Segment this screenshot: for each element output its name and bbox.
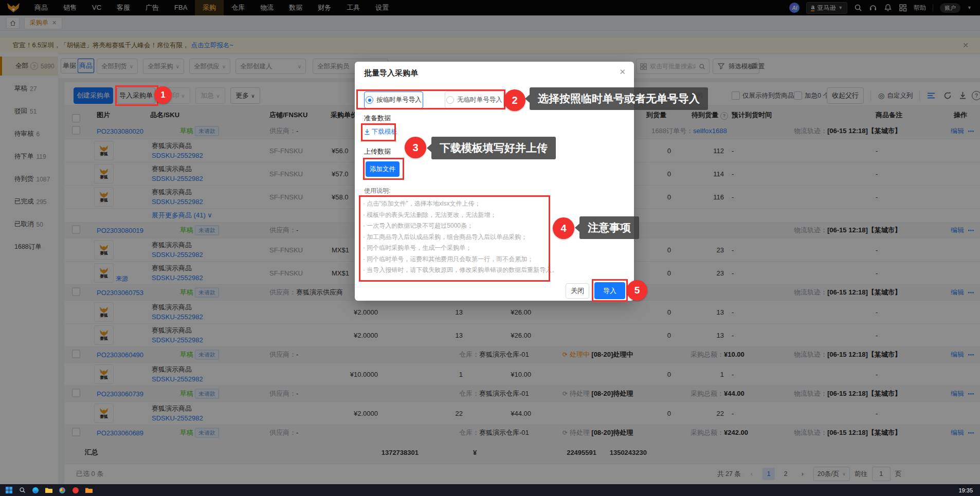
modal-title: 批量导入采购单 [364, 68, 418, 78]
edge-icon[interactable] [32, 487, 39, 494]
modal-import-button[interactable]: 导入 [594, 282, 625, 299]
usage-title: 使用说明: [364, 187, 390, 195]
batch-import-modal: 批量导入采购单 ✕ 按临时单号导入 无临时单号导入 准备数据 下载模板 上传数据… [355, 62, 634, 301]
app-red-icon[interactable] [72, 487, 79, 494]
radio-unselected-icon [446, 96, 454, 104]
clock: 19:35 [958, 487, 980, 493]
instruction-line: · 当导入报错时，请下载失败原因，修改采购单错误的数据后重新导入。 [363, 265, 623, 276]
instruction-line: · 加工商品导入后以成品采购，组合商品导入后以单品采购； [363, 232, 623, 243]
radio-selected-icon [366, 96, 373, 104]
windows-taskbar: 19:35 [0, 484, 980, 496]
prepare-data-label: 准备数据 [364, 114, 391, 123]
upload-data-label: 上传数据 [364, 147, 391, 156]
app-orange-icon[interactable] [85, 487, 93, 494]
instruction-line: · 同个临时单号，运费和其他费用只会取第一行，而不会累加； [363, 254, 623, 265]
radio-no-order-number[interactable]: 无临时单号导入 [445, 91, 504, 108]
modal-close-button[interactable]: 关闭 [566, 283, 589, 299]
instruction-line: · 同个临时采购单号，生成一个采购单； [363, 243, 623, 254]
download-icon [364, 128, 370, 135]
add-file-button[interactable]: 添加文件 [366, 161, 400, 177]
instruction-line: · 点击"添加文件"，选择本地xlsx文件上传； [363, 198, 623, 210]
download-template-link[interactable]: 下载模板 [364, 127, 397, 136]
start-icon[interactable] [5, 487, 12, 494]
instruction-line: · 模板中的表头无法删除，无法更改，无法新增； [363, 210, 623, 221]
app-root: 商品销售VC客服广告FBA采购仓库物流数据财务工具设置 AI a 亚马逊 ▼ 帮… [0, 0, 980, 496]
instruction-line: · 一次导入的数据记录不可超过5000条； [363, 221, 623, 232]
search-icon[interactable] [19, 487, 26, 494]
chrome-icon[interactable] [59, 487, 66, 494]
folder-icon[interactable] [45, 487, 52, 494]
usage-instructions: · 点击"添加文件"，选择本地xlsx文件上传；· 模板中的表头无法删除，无法更… [363, 198, 623, 276]
radio-temp-order-number[interactable]: 按临时单号导入 [364, 91, 423, 108]
close-icon[interactable]: ✕ [619, 67, 626, 77]
